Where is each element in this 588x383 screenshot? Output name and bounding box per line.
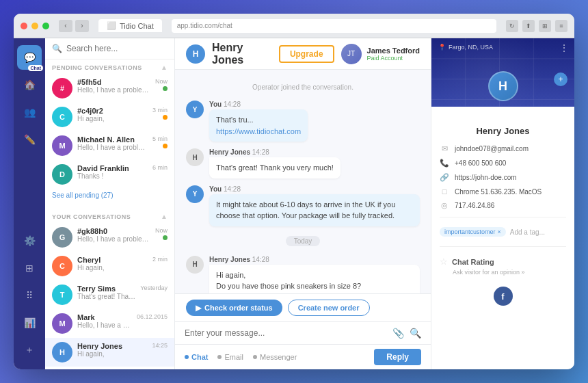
- grid-icon-btn[interactable]: ⠿: [17, 283, 42, 308]
- status-badge: [163, 144, 168, 148]
- plus-icon: ＋: [25, 344, 34, 356]
- search-input[interactable]: [66, 44, 168, 53]
- search-bar: 🔍: [45, 38, 174, 60]
- conv-time: Now: [155, 78, 168, 85]
- ip-icon: ◎: [440, 201, 449, 210]
- see-all-pending-link[interactable]: See all pending (27): [45, 189, 174, 203]
- map-area: 📍 Fargo, ND, USA ⋮ H +: [431, 38, 574, 107]
- more-options-icon[interactable]: ⋮: [559, 42, 569, 53]
- equalizer-icon: ⊞: [25, 263, 34, 274]
- list-item[interactable]: M Mark Hello, I have a problem with my w…: [45, 309, 174, 338]
- tab-icon: ⬜: [107, 21, 116, 30]
- browser-tab[interactable]: ⬜ Tidio Chat: [98, 19, 162, 32]
- home-icon-btn[interactable]: 🏠: [17, 72, 42, 97]
- list-item[interactable]: # #5fh5d Hello, I have a problem with my…: [45, 74, 174, 103]
- facebook-icon[interactable]: f: [494, 287, 513, 306]
- avatar: M: [52, 135, 72, 156]
- list-item[interactable]: H Henry Jones Hi again, 14:25: [45, 338, 174, 367]
- msg-sender-time: You 14:28: [209, 185, 420, 193]
- list-item[interactable]: D David Franklin Thanks ! 6 min: [45, 160, 174, 189]
- location-label: Fargo, ND, USA: [449, 44, 493, 51]
- equalizer-icon-btn[interactable]: ⊞: [17, 256, 42, 280]
- refresh-button[interactable]: ↻: [506, 20, 518, 32]
- tab-chat[interactable]: Chat: [185, 353, 208, 361]
- edit-icon-btn[interactable]: ✏️: [17, 127, 42, 152]
- add-tag-input[interactable]: Add a tag...: [510, 228, 545, 236]
- conv-meta: 6 min: [152, 164, 168, 171]
- url-bar[interactable]: app.tidio.com/chat: [172, 19, 496, 33]
- create-order-label: Create new order: [298, 304, 360, 312]
- search-icon: 🔍: [52, 44, 62, 53]
- check-order-status-button[interactable]: ▶ Check order status: [186, 300, 282, 316]
- list-item[interactable]: G #gk88h0 Hello, I have a problem with m…: [45, 223, 174, 252]
- website-row: 🔗 https://john-doe.com: [431, 170, 574, 185]
- pending-collapse-icon[interactable]: ▲: [161, 64, 168, 71]
- conv-info: Terry Sims That's great! Thank you very …: [77, 285, 135, 300]
- tag-item: importantcustomer ×: [440, 227, 506, 237]
- menu-button[interactable]: ≡: [555, 20, 567, 32]
- close-dot[interactable]: [21, 23, 27, 29]
- browser-value: Chrome 51.636.235. MacOS: [455, 188, 542, 196]
- list-item[interactable]: M Michael N. Allen Hello, I have a probl…: [45, 131, 174, 160]
- msg-bubble: That's tru... https://www.tidiochat.com: [209, 109, 308, 142]
- conv-preview: Thanks !: [77, 172, 148, 180]
- user-panel-avatar: H: [488, 71, 518, 101]
- share-button[interactable]: ⬆: [522, 20, 535, 32]
- minimize-dot[interactable]: [31, 23, 38, 29]
- browser-toolbar: ‹ › ⬜ Tidio Chat app.tidio.com/chat ↻ ⬆ …: [14, 14, 574, 38]
- list-item[interactable]: C Cheryl Hi again, 2 min: [45, 252, 174, 280]
- msg-sender-time: You 14:28: [209, 101, 420, 108]
- reply-button[interactable]: Reply: [374, 349, 421, 365]
- play-icon: ▶: [196, 304, 201, 313]
- tab-messenger[interactable]: Messenger: [253, 353, 297, 361]
- back-button[interactable]: ‹: [59, 20, 72, 32]
- msg-link[interactable]: https://www.tidiochat.com: [216, 127, 301, 135]
- message-input[interactable]: [185, 328, 387, 338]
- maximize-dot[interactable]: [42, 23, 49, 29]
- add-button[interactable]: +: [554, 72, 567, 86]
- tab-label: Tidio Chat: [120, 22, 154, 30]
- upgrade-button[interactable]: Upgrade: [279, 45, 334, 63]
- plus-icon-btn[interactable]: ＋: [17, 338, 42, 362]
- email-tab-dot: [217, 355, 222, 359]
- conv-info: #gk88h0 Hello, I have a problem with my …: [77, 227, 150, 243]
- status-badge: [163, 235, 168, 240]
- right-panel: 📍 Fargo, ND, USA ⋮ H + Henry Jones ✉ joh…: [431, 38, 574, 369]
- bookmark-button[interactable]: ⊞: [539, 20, 551, 32]
- settings-icon-btn[interactable]: ⚙️: [17, 228, 42, 253]
- search-msg-icon[interactable]: 🔍: [410, 328, 421, 339]
- attachment-icon[interactable]: 📎: [392, 328, 404, 339]
- date-divider: Today: [286, 236, 321, 246]
- conv-preview: That's great! Thank you very much!: [77, 293, 135, 300]
- status-badge: [163, 86, 168, 91]
- agent-info: JT James Tedford Paid Account: [341, 44, 420, 64]
- create-new-order-button[interactable]: Create new order: [288, 300, 370, 316]
- conv-time: Now: [155, 227, 168, 234]
- tab-email[interactable]: Email: [217, 353, 243, 361]
- your-section-title: YOUR CONVERSATIONS: [52, 213, 131, 220]
- home-icon: 🏠: [24, 79, 36, 90]
- conv-preview: Hello, I have a problem with my wid...: [77, 144, 148, 151]
- location-text: 📍 Fargo, ND, USA: [438, 44, 493, 51]
- list-item[interactable]: T Terry Sims That's great! Thank you ver…: [45, 280, 174, 309]
- forward-button[interactable]: ›: [75, 20, 89, 32]
- app-container: 💬 Chat 🏠 👥 ✏️ ⚙️ ⊞ ⠿ 📊: [14, 38, 574, 369]
- chart-icon-btn[interactable]: 📊: [17, 311, 42, 335]
- avatar: T: [52, 285, 72, 305]
- conv-name: Cheryl: [77, 256, 148, 264]
- contact-initial: H: [193, 49, 199, 59]
- avatar: #: [52, 78, 72, 98]
- chat-icon-btn[interactable]: 💬 Chat: [17, 45, 42, 70]
- pending-section-header: PENDING CONVERSATIONS ▲: [45, 60, 174, 74]
- avatar: C: [52, 107, 72, 127]
- msg-content: You 14:28 It might take about 6-10 days …: [209, 185, 420, 226]
- list-item[interactable]: D Dean 10:55: [45, 367, 174, 369]
- tag-remove-icon[interactable]: ×: [498, 228, 501, 235]
- conv-time: Yesterday: [140, 285, 168, 291]
- website-icon: 🔗: [440, 173, 449, 182]
- avatar: H: [186, 148, 204, 166]
- your-collapse-icon[interactable]: ▲: [161, 213, 168, 220]
- users-icon-btn[interactable]: 👥: [17, 100, 42, 124]
- msg-content: Henry Jones 14:28 Hi again,Do you have t…: [209, 256, 420, 294]
- list-item[interactable]: C #c4j0r2 Hi again, 3 min: [45, 103, 174, 131]
